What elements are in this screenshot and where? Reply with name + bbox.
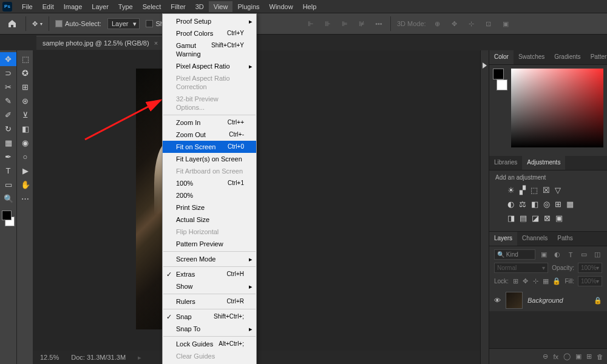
crop-tool[interactable]: ✂: [0, 80, 16, 94]
expand-panel-icon[interactable]: [483, 62, 487, 69]
3d-move-icon[interactable]: ⊹: [466, 18, 477, 29]
tab-swatches[interactable]: Swatches: [514, 50, 549, 64]
adj-map-icon[interactable]: ⊠: [544, 214, 551, 223]
menu-item-lock-guides[interactable]: Lock GuidesAlt+Ctrl+;: [163, 338, 256, 350]
fg-swatch-mini[interactable]: [493, 69, 504, 79]
move-tool-icon[interactable]: ✥ ▾: [32, 20, 42, 28]
menu-help[interactable]: Help: [298, 1, 322, 12]
menu-item-proof-setup[interactable]: Proof Setup▸: [163, 15, 256, 27]
menu-view[interactable]: View: [209, 1, 233, 12]
color-picker-field[interactable]: [511, 69, 603, 147]
menu-item-fit-layer-s-on-screen[interactable]: Fit Layer(s) on Screen: [163, 153, 256, 165]
bg-swatch-mini[interactable]: [497, 79, 507, 90]
rectangle-tool[interactable]: ▭: [0, 178, 16, 192]
3d-pan-icon[interactable]: ✥: [449, 18, 460, 29]
layer-style-icon[interactable]: fx: [553, 353, 558, 360]
menu-item-100-[interactable]: 100%Ctrl+1: [163, 177, 256, 189]
tab-layers[interactable]: Layers: [489, 232, 517, 246]
menu-layer[interactable]: Layer: [87, 1, 114, 12]
auto-select-checkbox[interactable]: [55, 20, 63, 27]
marquee-tool[interactable]: ⬚: [17, 52, 33, 66]
lasso-tool[interactable]: ⊃: [0, 66, 16, 80]
frame-tool[interactable]: ⊞: [17, 80, 33, 94]
menu-item-pixel-aspect-ratio[interactable]: Pixel Aspect Ratio▸: [163, 60, 256, 72]
adj-exposure-icon[interactable]: ☒: [543, 186, 550, 195]
menu-3d[interactable]: 3D: [191, 1, 209, 12]
edit-toolbar[interactable]: ⋯: [17, 192, 33, 206]
menu-item-actual-size[interactable]: Actual Size: [163, 214, 256, 226]
history-brush-tool[interactable]: ↻: [0, 122, 16, 136]
opacity-input[interactable]: 100%: [578, 263, 602, 273]
adj-vibrance-icon[interactable]: ▽: [555, 186, 561, 195]
home-icon[interactable]: [5, 16, 19, 31]
lock-position-icon[interactable]: ✥: [523, 277, 529, 286]
path-select-tool[interactable]: ▶: [17, 164, 33, 178]
menu-item-fit-on-screen[interactable]: Fit on ScreenCtrl+0: [163, 141, 256, 153]
document-tab[interactable]: sample photo.jpg @ 12.5% (RGB/8) ×: [36, 36, 164, 50]
menu-filter[interactable]: Filter: [166, 1, 190, 12]
tab-patterns[interactable]: Patterns: [586, 50, 607, 64]
lock-icon[interactable]: 🔒: [552, 277, 561, 286]
new-layer-icon[interactable]: ⊞: [586, 352, 592, 360]
adj-brightness-icon[interactable]: ☀: [507, 186, 515, 195]
blur-tool[interactable]: ◉: [17, 136, 33, 150]
filter-shape-icon[interactable]: ▭: [579, 250, 589, 260]
menu-item-snap[interactable]: ✓SnapShift+Ctrl+;: [163, 311, 256, 323]
menu-item-extras[interactable]: ✓ExtrasCtrl+H: [163, 268, 256, 280]
menu-item-200-[interactable]: 200%: [163, 189, 256, 201]
move-tool[interactable]: ✥: [0, 52, 16, 66]
tab-channels[interactable]: Channels: [517, 232, 552, 246]
filter-smart-icon[interactable]: ◫: [592, 250, 602, 260]
menu-item-screen-mode[interactable]: Screen Mode▸: [163, 253, 256, 265]
adj-hue-icon[interactable]: ◐: [507, 200, 514, 209]
gradient-tool[interactable]: ▦: [0, 136, 16, 150]
visibility-toggle-icon[interactable]: 👁: [494, 297, 501, 304]
tab-adjustments[interactable]: Adjustments: [522, 156, 565, 170]
hand-tool[interactable]: ✋: [17, 178, 33, 192]
3d-scale-icon[interactable]: ⊡: [483, 18, 494, 29]
type-tool[interactable]: T: [0, 164, 16, 178]
menu-select[interactable]: Select: [138, 1, 166, 12]
blend-mode-select[interactable]: Normal: [494, 263, 548, 273]
show-transform-checkbox[interactable]: [146, 20, 153, 27]
brush-tool[interactable]: ✐: [0, 108, 16, 122]
filter-adjust-icon[interactable]: ◐: [552, 250, 562, 260]
menu-type[interactable]: Type: [114, 1, 138, 12]
auto-select-target[interactable]: Layer: [107, 18, 140, 29]
heal-tool[interactable]: ⊛: [17, 94, 33, 108]
close-tab-icon[interactable]: ×: [154, 39, 158, 47]
menu-item-rulers[interactable]: RulersCtrl+R: [163, 295, 256, 308]
quick-select-tool[interactable]: ✪: [17, 66, 33, 80]
new-group-icon[interactable]: ▣: [575, 352, 582, 360]
color-swatches[interactable]: [0, 209, 16, 228]
stamp-tool[interactable]: ⊻: [17, 108, 33, 122]
adj-mixer-icon[interactable]: ⊞: [555, 200, 561, 209]
zoom-tool[interactable]: 🔍: [0, 192, 16, 206]
3d-orbit-icon[interactable]: ⊕: [432, 18, 443, 29]
tab-color[interactable]: Color: [489, 50, 514, 64]
status-arrow-icon[interactable]: ▸: [138, 354, 141, 362]
pen-tool[interactable]: ✒: [0, 150, 16, 164]
menu-file[interactable]: File: [17, 1, 38, 12]
delete-layer-icon[interactable]: 🗑: [597, 353, 603, 360]
eraser-tool[interactable]: ◧: [17, 122, 33, 136]
layer-thumbnail[interactable]: [506, 292, 523, 309]
layer-name[interactable]: Background: [527, 297, 563, 304]
adj-levels-icon[interactable]: ▞: [520, 186, 526, 195]
fill-input[interactable]: 100%: [578, 276, 602, 286]
adj-lookup-icon[interactable]: ▦: [566, 200, 574, 209]
layer-mask-icon[interactable]: ◯: [563, 352, 571, 360]
menu-item-zoom-in[interactable]: Zoom InCtrl++: [163, 116, 256, 129]
align-left-icon[interactable]: ⊩: [305, 18, 316, 29]
adj-threshold-icon[interactable]: ◪: [532, 214, 539, 223]
menu-item-show[interactable]: Show▸: [163, 280, 256, 292]
adj-photo-filter-icon[interactable]: ◎: [543, 200, 550, 209]
adj-invert-icon[interactable]: ◨: [507, 214, 515, 223]
align-center-icon[interactable]: ⊪: [322, 18, 333, 29]
filter-pixel-icon[interactable]: ▣: [539, 250, 549, 260]
menu-image[interactable]: Image: [59, 1, 87, 12]
menu-item-pattern-preview[interactable]: Pattern Preview: [163, 238, 256, 250]
adj-posterize-icon[interactable]: ▤: [520, 214, 527, 223]
lock-artboard-icon[interactable]: ▦: [543, 277, 549, 286]
align-right-icon[interactable]: ⊫: [339, 18, 350, 29]
